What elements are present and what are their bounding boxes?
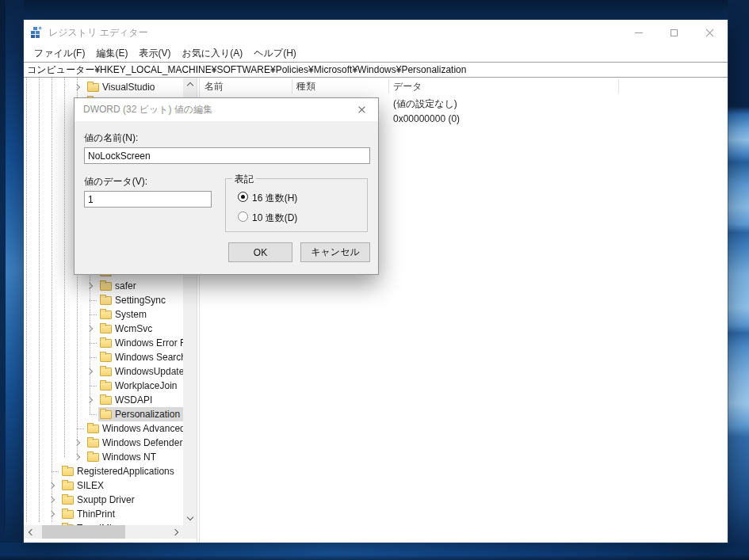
tree-item-label-area[interactable]: RegisteredApplications (60, 464, 178, 478)
tree-item-label-area[interactable]: System (98, 307, 150, 322)
column-header-name[interactable]: 名前 (200, 78, 292, 95)
chevron-right-icon[interactable] (86, 397, 93, 403)
close-button[interactable] (692, 20, 728, 45)
scroll-left-button[interactable] (24, 525, 37, 539)
value-row-data[interactable]: 0x00000000 (0) (388, 112, 618, 127)
tree-item-label-area[interactable]: SettingSync (98, 293, 169, 307)
tree-item-label: safer (115, 280, 136, 291)
tree-item-label-area[interactable]: VisualStudio (86, 80, 159, 94)
folder-icon (100, 368, 112, 376)
close-icon (705, 28, 715, 38)
column-separator[interactable] (292, 79, 292, 93)
dialog-close-button[interactable] (349, 98, 374, 121)
tree-item-label: Sxuptp Driver (77, 494, 135, 505)
chevron-right-icon[interactable] (74, 84, 80, 90)
chevron-right-icon[interactable] (48, 497, 55, 503)
chevron-up-icon (186, 82, 193, 89)
minimize-button[interactable] (621, 20, 656, 45)
menu-item[interactable]: お気に入り(A) (176, 45, 248, 62)
tree-item-label-area[interactable]: Personalization (98, 407, 183, 421)
tree-horizontal-scrollbar[interactable] (24, 525, 183, 539)
tree-item-label-area[interactable]: WcmSvc (98, 322, 155, 336)
maximize-button[interactable] (656, 20, 692, 45)
column-separator[interactable] (618, 79, 619, 93)
folder-icon (100, 310, 112, 319)
tree-item-label-area[interactable]: Windows Advanced Threat Protection (86, 421, 183, 436)
folder-icon (100, 325, 112, 333)
value-row-data[interactable]: (値の設定なし) (388, 97, 618, 112)
title-bar[interactable]: レジストリ エディター (24, 20, 728, 45)
tree-item[interactable]: Windows Search (24, 350, 183, 364)
chevron-right-icon[interactable] (86, 283, 93, 289)
scroll-up-button[interactable] (183, 78, 197, 91)
folder-icon (100, 353, 112, 362)
horizontal-scroll-thumb[interactable] (42, 525, 125, 539)
tree-item-label: WorkplaceJoin (115, 380, 177, 391)
tree-item-label-area[interactable]: WindowsUpdate (98, 364, 183, 379)
column-header-type[interactable]: 種類 (292, 78, 388, 95)
folder-icon (100, 282, 112, 291)
folder-icon (100, 339, 112, 348)
tree-item-label-area[interactable]: SILEX (60, 478, 107, 493)
tree-item[interactable]: Windows Advanced Threat Protection (24, 421, 183, 436)
wallpaper-bottom-band (0, 543, 749, 560)
tree-item[interactable]: WindowsUpdate (24, 364, 183, 379)
scroll-down-button[interactable] (183, 512, 197, 525)
tree-item[interactable]: Sxuptp Driver (24, 493, 183, 507)
tree-item-label-area[interactable]: Windows NT (86, 450, 159, 464)
folder-icon (62, 467, 74, 476)
tree-item[interactable]: Personalization (24, 407, 183, 421)
column-separator[interactable] (388, 79, 389, 93)
tree-item-label-area[interactable]: WorkplaceJoin (98, 379, 180, 393)
menu-item[interactable]: 表示(V) (133, 45, 176, 62)
dec-radio-label[interactable]: 10 進数(D) (252, 211, 297, 225)
tree-item[interactable]: Windows Defender (24, 436, 183, 450)
tree-item[interactable]: Windows NT (24, 450, 183, 464)
scroll-right-button[interactable] (170, 525, 183, 539)
value-data-input[interactable] (84, 191, 212, 208)
tree-item-label-area[interactable]: WSDAPI (98, 393, 155, 407)
tree-item-label-area[interactable]: Windows Search (98, 350, 183, 364)
tree-item-label-area[interactable]: ThinPrint (60, 507, 118, 521)
column-header-data[interactable]: データ (388, 78, 618, 95)
tree-item[interactable]: ThinPrint (24, 507, 183, 521)
cancel-button[interactable]: キャンセル (300, 242, 370, 262)
tree-item[interactable]: System (24, 307, 183, 322)
folder-icon (62, 482, 74, 490)
tree-item[interactable]: Windows Error Reporting (24, 336, 183, 350)
tree-item-label-area[interactable]: Sxuptp Driver (60, 493, 138, 507)
chevron-right-icon[interactable] (48, 482, 55, 489)
tree-item[interactable]: SettingSync (24, 293, 183, 307)
menu-item[interactable]: 編集(E) (90, 45, 133, 62)
tree-item-label: Windows Search (115, 352, 183, 363)
tree-item[interactable]: VisualStudio (24, 80, 183, 94)
window-title: レジストリ エディター (48, 26, 148, 40)
value-name-input[interactable] (84, 147, 370, 164)
ok-button[interactable]: OK (228, 242, 292, 262)
hex-radio[interactable] (238, 192, 248, 202)
chevron-right-icon[interactable] (74, 454, 80, 460)
menu-item[interactable]: ヘルプ(H) (248, 45, 302, 62)
chevron-right-icon[interactable] (86, 326, 93, 332)
tree-item-label: Windows Defender (102, 437, 182, 448)
tree-item[interactable]: WSDAPI (24, 393, 183, 407)
tree-item[interactable]: RegisteredApplications (24, 464, 183, 478)
menu-item[interactable]: ファイル(F) (29, 45, 90, 62)
dec-radio[interactable] (238, 211, 248, 222)
tree-item[interactable]: SILEX (24, 478, 183, 493)
tree-item-label: VisualStudio (102, 82, 155, 93)
tree-item-label-area[interactable]: safer (98, 279, 139, 293)
chevron-right-icon[interactable] (48, 511, 55, 517)
tree-item[interactable]: WorkplaceJoin (24, 379, 183, 393)
hex-radio-label[interactable]: 16 進数(H) (252, 192, 297, 205)
chevron-right-icon[interactable] (74, 440, 80, 446)
tree-item-label-area[interactable]: Windows Error Reporting (98, 336, 183, 350)
address-bar[interactable] (24, 62, 728, 78)
chevron-right-icon[interactable] (86, 368, 93, 375)
tree-item[interactable]: safer (24, 279, 183, 293)
tree-item[interactable]: WcmSvc (24, 322, 183, 336)
dialog-title-bar[interactable]: DWORD (32 ビット) 値の編集 (75, 98, 378, 121)
chevron-right-icon (172, 528, 178, 535)
tree-item-label-area[interactable]: Windows Defender (86, 436, 183, 450)
minimize-icon (635, 32, 643, 33)
